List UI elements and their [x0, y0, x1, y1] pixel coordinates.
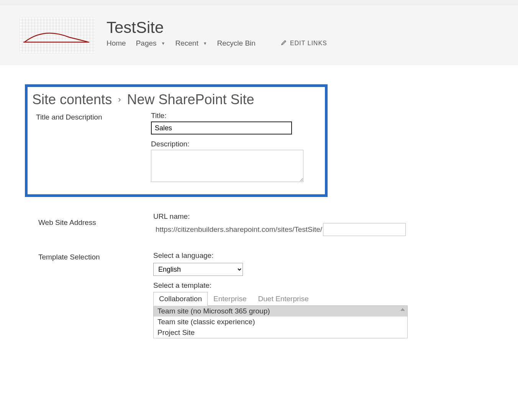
tab-collaboration[interactable]: Collaboration — [153, 292, 208, 306]
section-web-address: Web Site Address URL name: https://citiz… — [34, 212, 518, 236]
section-template-selection: Template Selection Select a language: En… — [34, 251, 518, 338]
scroll-up-icon — [400, 308, 405, 311]
language-label: Select a language: — [153, 251, 518, 260]
url-name-input[interactable] — [323, 223, 406, 236]
nav-home[interactable]: Home — [107, 39, 131, 48]
template-option[interactable]: Team site (no Microsoft 365 group) — [154, 306, 407, 317]
site-logo[interactable] — [19, 17, 94, 54]
breadcrumb-parent[interactable]: Site contents — [32, 92, 112, 108]
breadcrumb-current: New SharePoint Site — [127, 92, 254, 108]
section-heading-address: Web Site Address — [34, 212, 153, 227]
template-tabs: Collaboration Enterprise Duet Enterprise — [153, 292, 518, 306]
highlighted-region: Site contents › New SharePoint Site Titl… — [25, 84, 328, 197]
tab-duet-enterprise[interactable]: Duet Enterprise — [252, 292, 315, 306]
edit-links-button[interactable]: EDIT LINKS — [281, 39, 327, 48]
title-label: Title: — [151, 112, 318, 120]
nav-home-label: Home — [107, 39, 126, 48]
section-heading-template: Template Selection — [34, 251, 153, 261]
scrollbar[interactable] — [398, 306, 407, 338]
site-header: TestSite Home Pages ▼ Recent ▼ Recycle B… — [0, 5, 518, 65]
section-title-description: Title and Description Title: Description… — [32, 112, 318, 184]
breadcrumb: Site contents › New SharePoint Site — [32, 92, 318, 108]
template-option[interactable]: Project Site — [154, 327, 407, 338]
nav-recent-label: Recent — [175, 39, 198, 48]
description-label: Description: — [151, 140, 318, 148]
template-option[interactable]: Team site (classic experience) — [154, 317, 407, 327]
template-label: Select a template: — [153, 281, 518, 290]
top-nav: Home Pages ▼ Recent ▼ Recycle Bin EDIT L… — [107, 39, 327, 48]
nav-recent[interactable]: Recent ▼ — [175, 39, 211, 48]
edit-links-label: EDIT LINKS — [290, 40, 327, 47]
nav-recycle-label: Recycle Bin — [217, 39, 256, 48]
nav-recycle-bin[interactable]: Recycle Bin — [217, 39, 260, 48]
nav-pages[interactable]: Pages ▼ — [136, 39, 170, 48]
chevron-down-icon: ▼ — [203, 41, 207, 46]
template-listbox[interactable]: Team site (no Microsoft 365 group) Team … — [153, 305, 408, 338]
title-input[interactable] — [151, 121, 292, 135]
page-content: Site contents › New SharePoint Site Titl… — [0, 65, 518, 338]
section-heading-title-desc: Title and Description — [32, 112, 151, 121]
chevron-down-icon: ▼ — [161, 41, 166, 46]
site-title[interactable]: TestSite — [107, 18, 327, 37]
suite-bar — [0, 0, 518, 5]
language-select[interactable]: English — [153, 263, 243, 276]
description-textarea[interactable] — [151, 150, 303, 182]
url-name-label: URL name: — [153, 212, 518, 221]
pencil-icon — [281, 39, 287, 48]
url-prefix: https://citizenbuilders.sharepoint.com/s… — [153, 225, 322, 234]
breadcrumb-separator-icon: › — [118, 95, 121, 105]
car-logo-icon — [23, 30, 90, 44]
tab-enterprise[interactable]: Enterprise — [208, 292, 252, 306]
nav-pages-label: Pages — [136, 39, 157, 48]
